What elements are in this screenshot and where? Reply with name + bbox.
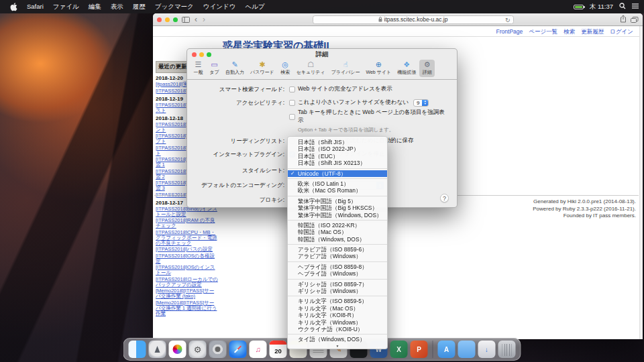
minimize-button[interactable] bbox=[165, 17, 170, 22]
encoding-menu-item[interactable]: 日本語（EUC） bbox=[288, 153, 387, 160]
sidebar-link[interactable]: [ITPASS2018]パスの設定 bbox=[156, 247, 219, 252]
encoding-menu-item[interactable]: ギリシャ語（ISO 8859-7） bbox=[288, 281, 387, 288]
menu-bar-item[interactable]: ヘルプ bbox=[240, 3, 269, 11]
menu-bar-item[interactable]: ファイル bbox=[48, 3, 84, 11]
encoding-menu-item[interactable]: 欧米（ISO Latin 1） bbox=[288, 180, 387, 187]
encoding-menu-item[interactable]: 欧米（Mac OS Roman） bbox=[288, 187, 387, 194]
prefs-tab-autofill[interactable]: ✎ 自動入力 bbox=[223, 60, 247, 77]
itunes-dock-icon[interactable]: ♫ bbox=[250, 341, 267, 358]
menu-bar-item[interactable]: ウインドウ bbox=[199, 3, 241, 11]
prefs-tab-passwords[interactable]: ✱ パスワード bbox=[248, 60, 277, 77]
page-nav-link[interactable]: 更新履歴 bbox=[581, 28, 604, 36]
menu-scroll-down-arrow[interactable]: ▼ bbox=[288, 343, 387, 349]
menu-bar-item[interactable]: 履歴 bbox=[128, 3, 150, 11]
encoding-menu-item[interactable]: キリル文字（KOI8-R） bbox=[288, 312, 387, 318]
calendar-dock-icon[interactable]: 20 bbox=[270, 341, 287, 358]
encoding-menu-item[interactable]: キリル文字（ISO 8859-5） bbox=[288, 298, 387, 304]
prefs-tab-advanced[interactable]: ⚙ 詳細 bbox=[419, 60, 435, 77]
system-preferences-dock-icon[interactable]: ⚙ bbox=[189, 341, 207, 358]
battery-icon[interactable] bbox=[574, 5, 584, 9]
apple-menu[interactable] bbox=[5, 3, 22, 11]
sidebar-link[interactable]: [ITPASS2018]OSのインストール bbox=[156, 265, 219, 276]
prefs-tab-general[interactable]: ☰ 一般 bbox=[191, 60, 206, 77]
encoding-menu-item[interactable]: ウクライナ語（KOI8-U） bbox=[288, 326, 387, 333]
encoding-menu-item[interactable]: キリル文字（Mac OS） bbox=[288, 305, 387, 312]
encoding-menu-item[interactable]: ヘブライ語（ISO 8859-8） bbox=[288, 263, 387, 270]
encoding-menu-item[interactable]: ギリシャ語（Windows） bbox=[288, 288, 387, 294]
menu-bar-item[interactable]: Safari bbox=[22, 3, 48, 11]
zoom-button[interactable] bbox=[173, 17, 178, 22]
stepper-arrows-icon[interactable]: ▲▼ bbox=[422, 100, 428, 106]
sidebar-link[interactable]: [Memo2018][ITPASS]サーバ交換作業 1 週間後に行う作業 bbox=[156, 300, 219, 316]
page-nav-link[interactable]: FrontPage bbox=[496, 28, 523, 36]
page-scrollbar[interactable] bbox=[639, 26, 643, 339]
tab-overview-button[interactable] bbox=[631, 13, 639, 25]
menu-bar-clock[interactable]: 木 11:37 bbox=[590, 3, 613, 11]
sidebar-link[interactable]: [ITPASS2018]RAM の不良チェック bbox=[156, 218, 219, 229]
prefs-zoom-button[interactable] bbox=[207, 52, 211, 57]
sidebar-toggle-button[interactable] bbox=[182, 13, 190, 25]
back-button[interactable]: ‹ bbox=[194, 16, 198, 23]
trash-dock-icon[interactable] bbox=[498, 341, 516, 358]
encoding-menu-item[interactable]: 日本語（ISO 2022-JP） bbox=[288, 145, 387, 152]
sidebar-link[interactable]: [ITPASS2018]OSの各種設定 bbox=[156, 253, 219, 264]
encoding-label: デフォルトのエンコーディング: bbox=[187, 181, 289, 190]
excel-dock-icon[interactable]: X bbox=[390, 341, 408, 358]
encoding-menu-item[interactable]: 繁体字中国語（Windows, DOS） bbox=[288, 212, 387, 219]
forward-button[interactable]: › bbox=[202, 16, 206, 23]
sidebar-link[interactable]: [ITPASS2018]ローカルでのバックアップの設定 bbox=[156, 277, 219, 288]
encoding-menu-item[interactable]: アラビア語（ISO 8859-6） bbox=[288, 246, 387, 253]
address-text: itpass.scitec.kobe-u.ac.jp bbox=[384, 16, 448, 23]
close-button[interactable] bbox=[157, 17, 162, 22]
finder-dock-icon[interactable] bbox=[129, 341, 146, 358]
min-font-size-checkbox[interactable] bbox=[289, 100, 295, 106]
encoding-menu-item-selected[interactable]: ✓ Unicode（UTF-8） bbox=[288, 170, 387, 177]
prefs-tab-search[interactable]: ◎ 検索 bbox=[278, 60, 293, 77]
font-size-select[interactable]: 9 ▲▼ bbox=[413, 99, 429, 107]
downloads-dock-icon[interactable]: ↓ bbox=[478, 341, 496, 358]
encoding-menu-item[interactable]: タイ語（Windows, DOS） bbox=[288, 336, 387, 343]
sidebar-link[interactable]: [ITPASS2018]CPU・MB・グラフィックボード・電源の不良チェック bbox=[156, 230, 219, 246]
reload-icon[interactable]: ↻ bbox=[505, 16, 511, 24]
encoding-menu-item[interactable]: 日本語（Shift JIS） bbox=[288, 139, 387, 145]
powerpoint-dock-icon[interactable]: P bbox=[411, 341, 428, 358]
prefs-tab-websites[interactable]: ⊕ Web サイト bbox=[363, 60, 394, 77]
encoding-menu-item[interactable]: 日本語（Shift JIS X0213） bbox=[288, 160, 387, 166]
smart-search-checkbox[interactable] bbox=[289, 86, 295, 93]
documents-folder-dock-icon[interactable] bbox=[458, 341, 476, 358]
menu-bar-item[interactable]: ブックマーク bbox=[150, 3, 199, 11]
notification-center-icon[interactable] bbox=[632, 3, 639, 11]
encoding-menu-item[interactable]: アラビア語（Windows） bbox=[288, 253, 387, 259]
prefs-tab-security[interactable]: ☖ セキュリティ bbox=[294, 60, 328, 77]
safari-dock-icon[interactable] bbox=[229, 341, 247, 358]
photos-dock-icon[interactable] bbox=[169, 341, 186, 358]
page-nav-link[interactable]: ページ一覧 bbox=[529, 28, 557, 36]
encoding-menu-item[interactable]: 繁体字中国語（Big 5 HKSCS） bbox=[288, 204, 387, 211]
disk-utility-dock-icon[interactable] bbox=[209, 341, 227, 358]
page-nav-link[interactable]: 検索 bbox=[564, 28, 575, 36]
preferences-titlebar: 詳細 bbox=[187, 49, 457, 60]
share-button[interactable] bbox=[620, 13, 627, 25]
prefs-tab-extensions[interactable]: ❖ 機能拡張 bbox=[394, 60, 419, 77]
tabs-icon: ▭ bbox=[211, 60, 217, 69]
encoding-menu-item[interactable]: 韓国語（ISO 2022-KR） bbox=[288, 222, 387, 229]
encoding-menu-item[interactable]: キリル文字（Windows） bbox=[288, 319, 387, 326]
prefs-close-button[interactable] bbox=[192, 52, 197, 57]
address-bar[interactable]: itpass.scitec.kobe-u.ac.jp ↻ bbox=[313, 15, 514, 24]
tab-highlight-checkbox[interactable] bbox=[289, 114, 295, 120]
applications-folder-dock-icon[interactable]: A bbox=[438, 341, 455, 358]
encoding-menu-item[interactable]: ヘブライ語（Windows） bbox=[288, 270, 387, 277]
menu-bar-item[interactable]: 編集 bbox=[84, 3, 106, 11]
help-button[interactable]: ? bbox=[440, 194, 449, 202]
page-nav-link[interactable]: ログイン bbox=[610, 28, 633, 36]
encoding-menu-item[interactable]: 韓国語（Windows, DOS） bbox=[288, 236, 387, 243]
encoding-menu-item[interactable]: 繁体字中国語（Big 5） bbox=[288, 198, 387, 204]
spotlight-icon[interactable] bbox=[619, 3, 626, 11]
prefs-tab-privacy[interactable]: ☝ プライバシー bbox=[329, 60, 363, 77]
sidebar-link[interactable]: [Memo2018][ITPASS]サーバ交換作業 (tako) bbox=[156, 288, 219, 299]
menu-bar-item[interactable]: 表示 bbox=[106, 3, 128, 11]
encoding-menu-item[interactable]: 韓国語（Mac OS） bbox=[288, 229, 387, 235]
launchpad-dock-icon[interactable] bbox=[149, 341, 166, 358]
prefs-minimize-button[interactable] bbox=[199, 52, 204, 57]
prefs-tab-tabs[interactable]: ▭ タブ bbox=[207, 60, 222, 77]
